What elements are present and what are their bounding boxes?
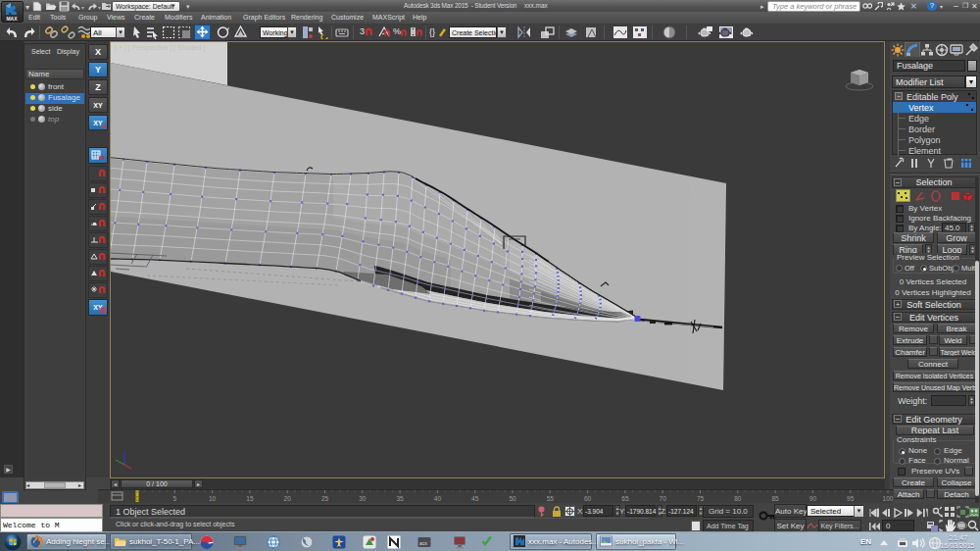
svg-text:100: 100: [883, 495, 894, 502]
svg-text:75: 75: [697, 495, 705, 502]
svg-text:35: 35: [396, 495, 404, 502]
svg-text:45: 45: [471, 495, 479, 502]
svg-text:55: 55: [547, 495, 555, 502]
svg-text:%: %: [393, 26, 401, 36]
svg-text:80: 80: [734, 495, 742, 502]
svg-text:{}: {}: [429, 27, 435, 37]
svg-text:85: 85: [771, 495, 779, 502]
svg-text:95: 95: [847, 495, 855, 502]
svg-text:20: 20: [284, 495, 292, 502]
svg-text:3: 3: [360, 26, 365, 36]
svg-text:5: 5: [172, 495, 176, 502]
svg-text:0: 0: [135, 495, 139, 502]
svg-text:50: 50: [509, 495, 516, 502]
svg-text:40: 40: [434, 495, 442, 502]
svg-text:acs: acs: [419, 540, 427, 546]
svg-text:[ + ] [ Perspective ] [ Shaded: [ + ] [ Perspective ] [ Shaded ]: [115, 44, 205, 52]
svg-text:10: 10: [209, 495, 217, 502]
svg-text:25: 25: [321, 495, 329, 502]
svg-text:30: 30: [359, 495, 367, 502]
svg-text:15: 15: [246, 495, 254, 502]
svg-text:70: 70: [660, 495, 667, 502]
svg-text:65: 65: [621, 495, 629, 502]
svg-text:60: 60: [584, 495, 592, 502]
svg-text:90: 90: [809, 495, 817, 502]
